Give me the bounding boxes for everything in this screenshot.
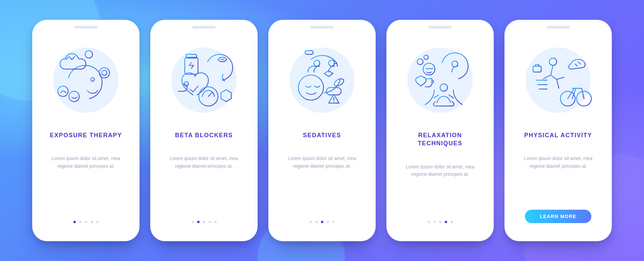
phone-speaker <box>428 26 452 29</box>
screen: RELAXATION TECHNIQUES Lorem ipsum dolor … <box>391 33 489 237</box>
svg-point-2 <box>102 70 107 75</box>
dot-5[interactable] <box>214 221 217 223</box>
svg-point-21 <box>549 58 557 65</box>
dot-2[interactable] <box>315 221 318 223</box>
screen-description: Lorem ipsum dolor sit amet, mea regione … <box>401 163 479 178</box>
screen-title: BETA BLOCKERS <box>175 131 233 139</box>
svg-point-10 <box>299 75 324 100</box>
dot-4[interactable] <box>327 221 329 223</box>
screen-description: Lorem ipsum dolor sit amet, mea regione … <box>165 155 243 170</box>
screen: PHYSICAL ACTIVITY Lorem ipsum dolor sit … <box>509 33 607 237</box>
learn-more-button[interactable]: LEARN MORE <box>525 210 591 223</box>
screen-title: SEDATIVES <box>303 131 341 139</box>
screen-description: Lorem ipsum dolor sit amet, mea regione … <box>283 155 361 170</box>
page-dots <box>310 221 335 223</box>
phone-beta-blockers: BETA BLOCKERS Lorem ipsum dolor sit amet… <box>150 20 258 241</box>
phone-speaker <box>546 26 570 29</box>
dot-4[interactable] <box>209 221 211 223</box>
physical-activity-icon <box>521 43 595 117</box>
phone-speaker <box>310 26 334 29</box>
dot-1[interactable] <box>310 221 312 223</box>
phone-physical-activity: PHYSICAL ACTIVITY Lorem ipsum dolor sit … <box>504 20 612 241</box>
screen-title: RELAXATION TECHNIQUES <box>400 131 480 148</box>
exposure-therapy-icon <box>49 43 123 117</box>
sedatives-icon <box>285 43 359 117</box>
svg-point-1 <box>99 68 110 78</box>
dot-5[interactable] <box>96 221 99 223</box>
svg-point-13 <box>314 60 320 66</box>
screen-description: Lorem ipsum dolor sit amet, mea regione … <box>520 155 597 170</box>
page-dots <box>428 221 453 223</box>
phone-speaker <box>74 26 98 29</box>
dot-1[interactable] <box>428 221 430 223</box>
dot-2[interactable] <box>79 221 82 223</box>
phone-speaker <box>192 26 216 29</box>
relaxation-techniques-icon <box>403 43 477 117</box>
dot-3[interactable] <box>85 221 87 223</box>
dot-4[interactable] <box>91 221 93 223</box>
screen: EXPOSURE THERAPY Lorem ipsum dolor sit a… <box>37 33 135 237</box>
screen-description: Lorem ipsum dolor sit amet, mea regione … <box>47 155 124 170</box>
svg-point-19 <box>424 55 428 59</box>
phone-relaxation-techniques: RELAXATION TECHNIQUES Lorem ipsum dolor … <box>386 20 494 241</box>
page-dots <box>73 221 99 223</box>
phone-sedatives: SEDATIVES Lorem ipsum dolor sit amet, me… <box>268 20 376 241</box>
svg-rect-24 <box>533 66 541 72</box>
svg-point-16 <box>440 84 447 91</box>
svg-point-14 <box>329 60 335 66</box>
dot-3[interactable] <box>321 221 323 223</box>
screen: SEDATIVES Lorem ipsum dolor sit amet, me… <box>273 33 371 237</box>
dot-3[interactable] <box>439 221 441 223</box>
dot-3[interactable] <box>203 221 205 223</box>
phone-exposure-therapy: EXPOSURE THERAPY Lorem ipsum dolor sit a… <box>32 20 140 241</box>
dot-2[interactable] <box>197 221 200 223</box>
screen-title: PHYSICAL ACTIVITY <box>524 131 592 139</box>
dot-5[interactable] <box>332 221 335 223</box>
dot-2[interactable] <box>433 221 436 223</box>
dot-4[interactable] <box>445 221 447 223</box>
dot-5[interactable] <box>450 221 453 223</box>
dot-1[interactable] <box>73 221 76 223</box>
dot-1[interactable] <box>192 221 194 223</box>
screen: BETA BLOCKERS Lorem ipsum dolor sit amet… <box>155 33 253 237</box>
svg-point-18 <box>417 59 423 65</box>
svg-point-4 <box>69 91 79 102</box>
page-dots <box>192 221 217 223</box>
svg-rect-15 <box>305 51 313 54</box>
svg-point-0 <box>91 77 94 81</box>
screen-title: EXPOSURE THERAPY <box>50 131 122 139</box>
beta-blockers-icon <box>167 43 241 117</box>
